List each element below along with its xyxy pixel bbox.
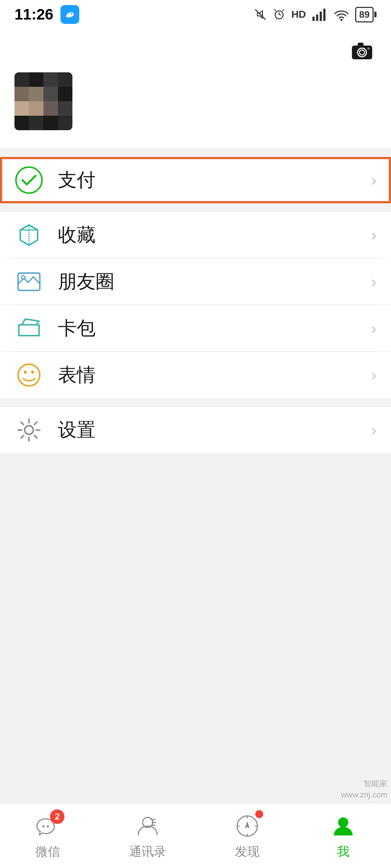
svg-point-25 <box>47 825 49 827</box>
discover-icon-wrap <box>233 812 262 841</box>
alarm-icon <box>273 8 286 21</box>
signal-icon <box>312 8 328 21</box>
svg-point-16 <box>367 47 370 50</box>
svg-point-21 <box>24 371 27 374</box>
svg-line-5 <box>274 9 276 11</box>
svg-marker-31 <box>245 822 249 828</box>
section-divider-top <box>0 148 391 157</box>
stickers-chevron: › <box>371 366 377 384</box>
wechat-badge: 2 <box>50 809 64 824</box>
battery-icon: 89 <box>355 7 377 22</box>
svg-rect-10 <box>323 9 325 21</box>
nav-item-me[interactable]: 我 <box>329 812 358 860</box>
header-area <box>0 29 391 148</box>
svg-line-1 <box>255 9 265 20</box>
discover-label: 发现 <box>235 843 260 860</box>
app-icon <box>60 5 79 24</box>
cardwallet-label: 卡包 <box>58 316 371 341</box>
menu-item-settings[interactable]: 设置 › <box>0 407 391 453</box>
settings-label: 设置 <box>58 417 371 443</box>
menu-section-pay: 支付 › <box>0 157 391 203</box>
svg-point-24 <box>42 825 45 827</box>
camera-button[interactable] <box>348 36 377 65</box>
moments-chevron: › <box>371 273 377 291</box>
stickers-icon <box>15 361 43 389</box>
hd-label: HD <box>291 9 306 20</box>
section-divider-2 <box>0 203 391 212</box>
section-divider-3 <box>0 398 391 407</box>
svg-point-20 <box>18 364 40 386</box>
settings-chevron: › <box>371 421 377 439</box>
nav-item-wechat[interactable]: 2 微信 <box>33 812 62 860</box>
menu-item-stickers[interactable]: 表情 › <box>0 352 391 398</box>
wechat-label: 微信 <box>35 843 60 860</box>
status-bar: 11:26 HD <box>0 0 391 29</box>
svg-rect-7 <box>312 17 315 21</box>
nav-item-contacts[interactable]: 通讯录 <box>129 812 166 860</box>
avatar-image <box>14 72 72 130</box>
settings-icon <box>15 416 43 444</box>
cardwallet-icon-wrap <box>14 314 43 343</box>
pay-icon-wrap <box>14 166 43 195</box>
svg-line-6 <box>282 9 284 11</box>
menu-item-favorites[interactable]: 收藏 › <box>0 212 391 258</box>
menu-item-cardwallet[interactable]: 卡包 › <box>0 305 391 352</box>
svg-point-19 <box>21 276 25 279</box>
pay-label: 支付 <box>58 167 371 193</box>
nav-item-discover[interactable]: 发现 <box>233 812 262 860</box>
contacts-label: 通讯录 <box>129 843 166 860</box>
menu-item-moments[interactable]: 朋友圈 › <box>0 259 391 305</box>
moments-icon <box>15 268 43 295</box>
gray-background <box>0 453 391 743</box>
stickers-label: 表情 <box>58 362 371 388</box>
favorites-chevron: › <box>371 226 377 244</box>
menu-section-settings: 设置 › <box>0 407 391 453</box>
menu-section-main: 收藏 › 朋友圈 › 卡包 › <box>0 212 391 398</box>
svg-point-23 <box>25 426 33 434</box>
svg-point-17 <box>16 167 42 193</box>
moments-icon-wrap <box>14 267 43 296</box>
discover-dot <box>255 810 263 818</box>
avatar-area <box>14 72 377 137</box>
favorites-icon <box>15 221 43 249</box>
bottom-nav: 2 微信 通讯录 发现 <box>0 803 391 868</box>
svg-point-11 <box>340 19 342 21</box>
settings-icon-wrap <box>14 416 43 444</box>
me-label: 我 <box>337 843 349 860</box>
favorites-icon-wrap <box>14 221 43 250</box>
svg-rect-8 <box>316 14 318 21</box>
stickers-icon-wrap <box>14 361 43 390</box>
svg-point-22 <box>31 371 34 374</box>
mute-icon <box>254 8 267 21</box>
status-icons: HD 89 <box>254 7 377 22</box>
menu-item-pay[interactable]: 支付 › <box>0 157 391 203</box>
favorites-label: 收藏 <box>58 222 371 248</box>
camera-icon <box>350 39 374 62</box>
svg-point-0 <box>71 13 72 14</box>
avatar[interactable] <box>14 72 72 130</box>
me-icon-wrap <box>329 812 358 841</box>
cardwallet-icon <box>15 315 43 342</box>
wifi-icon <box>333 8 349 21</box>
pay-chevron: › <box>371 171 377 189</box>
cardwallet-chevron: › <box>371 319 377 337</box>
status-time: 11:26 <box>14 6 53 23</box>
svg-rect-9 <box>320 12 322 21</box>
pay-icon <box>15 166 43 194</box>
watermark: 智能家 www.znj.com <box>341 778 387 801</box>
me-icon <box>330 813 356 839</box>
wechat-icon-wrap: 2 <box>33 812 62 841</box>
moments-label: 朋友圈 <box>58 269 371 294</box>
svg-rect-15 <box>358 43 363 46</box>
contacts-icon <box>135 813 161 839</box>
contacts-icon-wrap <box>133 812 162 841</box>
svg-point-32 <box>338 817 348 827</box>
